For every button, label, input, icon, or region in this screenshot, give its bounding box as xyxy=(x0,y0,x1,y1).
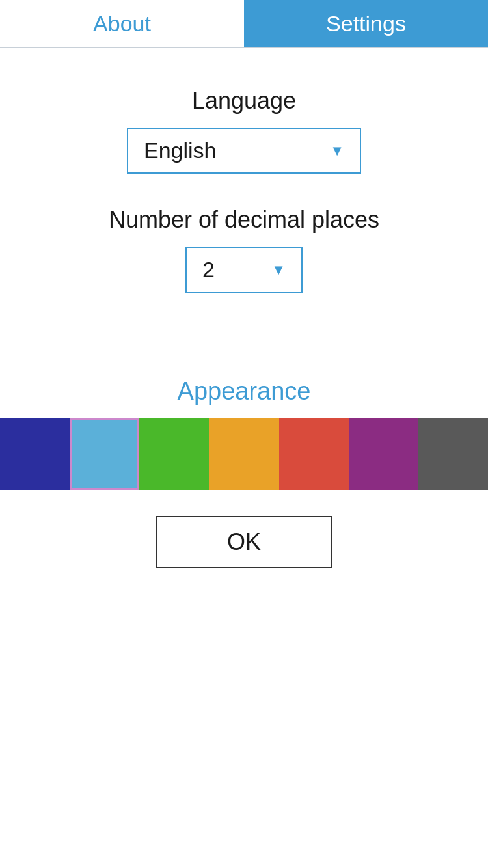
decimal-selected-value: 2 xyxy=(202,257,215,282)
color-swatch-purple[interactable] xyxy=(349,418,418,490)
decimal-places-section: Number of decimal places 2 ▼ xyxy=(109,206,379,325)
ok-button-label: OK xyxy=(227,528,261,556)
ok-section: OK xyxy=(0,490,488,588)
color-swatch-dark-gray[interactable] xyxy=(418,418,488,490)
tab-settings-label: Settings xyxy=(326,11,406,36)
appearance-section: Appearance xyxy=(0,364,488,490)
language-dropdown[interactable]: English ▼ xyxy=(127,128,361,174)
decimal-places-label: Number of decimal places xyxy=(109,206,379,234)
color-swatch-orange[interactable] xyxy=(209,418,278,490)
ok-button[interactable]: OK xyxy=(156,516,332,568)
color-swatch-dark-blue[interactable] xyxy=(0,418,70,490)
tab-about-label: About xyxy=(93,11,151,36)
color-swatch-green[interactable] xyxy=(139,418,209,490)
color-swatch-red[interactable] xyxy=(279,418,349,490)
chevron-down-icon: ▼ xyxy=(330,142,344,159)
language-selected-value: English xyxy=(144,138,217,163)
color-swatch-light-blue[interactable] xyxy=(70,418,139,490)
main-content: Language English ▼ Number of decimal pla… xyxy=(0,48,488,588)
color-swatches xyxy=(0,418,488,490)
appearance-label: Appearance xyxy=(178,377,311,405)
tab-about[interactable]: About xyxy=(0,0,244,47)
decimal-places-dropdown[interactable]: 2 ▼ xyxy=(185,247,303,293)
language-label: Language xyxy=(192,87,296,115)
tab-settings[interactable]: Settings xyxy=(244,0,488,47)
chevron-down-icon: ▼ xyxy=(271,262,286,278)
tab-bar: About Settings xyxy=(0,0,488,48)
